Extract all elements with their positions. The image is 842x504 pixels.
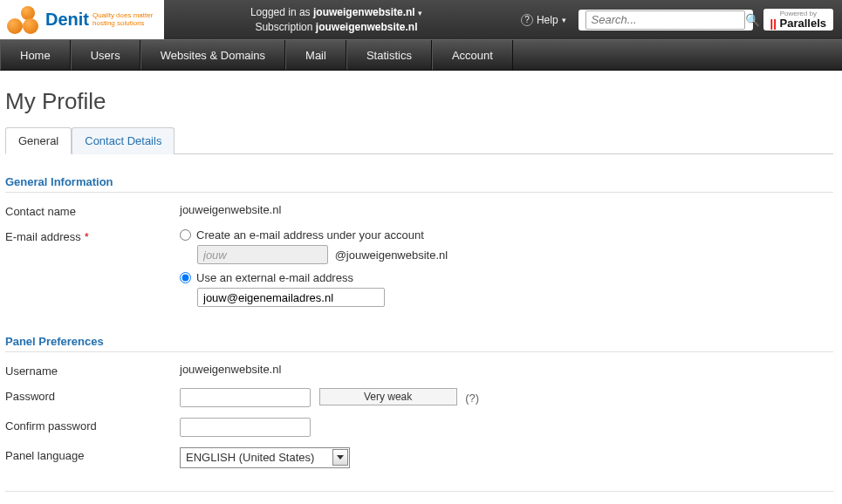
search-icon[interactable]: 🔍 <box>745 13 760 27</box>
subscription-value: jouweigenwebsite.nl <box>316 21 418 33</box>
nav-home[interactable]: Home <box>0 40 71 70</box>
logo-icon <box>7 6 40 34</box>
contact-name-label: Contact name <box>5 203 180 218</box>
help-menu[interactable]: ? Help ▾ <box>521 14 566 26</box>
logged-in-user[interactable]: jouweigenwebsite.nl <box>313 6 415 18</box>
logo-text: Denit <box>45 10 89 30</box>
create-email-prefix-input <box>197 245 328 264</box>
top-header: Denit Quality does matterhosting solutio… <box>0 0 842 39</box>
password-help-icon[interactable]: (?) <box>465 392 479 405</box>
email-address-label: E-mail address* <box>5 228 180 243</box>
logo-block[interactable]: Denit Quality does matterhosting solutio… <box>0 0 164 39</box>
radio-external-email-label: Use an external e-mail address <box>196 271 353 284</box>
nav-websites-domains[interactable]: Websites & Domains <box>140 40 285 70</box>
chevron-down-icon: ▾ <box>562 16 566 24</box>
help-icon: ? <box>521 14 533 26</box>
powered-by-badge[interactable]: Powered by || Parallels <box>763 9 833 31</box>
confirm-password-input[interactable] <box>180 418 311 437</box>
nav-users[interactable]: Users <box>71 40 140 70</box>
dropdown-arrow-icon[interactable] <box>332 449 348 466</box>
nav-statistics[interactable]: Statistics <box>346 40 432 70</box>
tabs: General Contact Details <box>5 127 833 154</box>
username-value: jouweigenwebsite.nl <box>180 363 833 376</box>
brand-label: || Parallels <box>770 17 826 30</box>
tab-general[interactable]: General <box>5 127 72 154</box>
username-label: Username <box>5 363 180 378</box>
panel-language-select[interactable]: ENGLISH (United States) <box>180 447 350 468</box>
password-input[interactable] <box>180 388 311 407</box>
nav-account[interactable]: Account <box>432 40 513 70</box>
confirm-password-label: Confirm password <box>5 418 180 432</box>
content-area: My Profile General Contact Details Gener… <box>0 71 842 504</box>
nav-mail[interactable]: Mail <box>285 40 346 70</box>
logo-tagline: Quality does matterhosting solutions <box>92 12 153 28</box>
password-strength-meter: Very weak <box>319 388 457 405</box>
section-panel-preferences: Panel Preferences <box>5 335 833 352</box>
panel-language-label: Panel language <box>5 447 180 462</box>
header-session-info: Logged in as jouweigenwebsite.nl ▾ Subsc… <box>164 5 509 35</box>
search-input[interactable] <box>585 10 745 30</box>
create-email-domain: @jouweigenwebsite.nl <box>335 249 448 262</box>
radio-create-email-label: Create an e-mail address under your acco… <box>196 228 424 242</box>
password-label: Password <box>5 388 180 403</box>
tab-contact-details[interactable]: Contact Details <box>72 127 175 154</box>
chevron-down-icon[interactable]: ▾ <box>418 9 422 17</box>
radio-external-email[interactable] <box>180 272 191 283</box>
page-title: My Profile <box>5 88 833 115</box>
section-general-info: General Information <box>5 175 833 193</box>
contact-name-value: jouweigenwebsite.nl <box>180 203 833 216</box>
help-label: Help <box>537 14 558 26</box>
external-email-input[interactable] <box>197 288 385 307</box>
panel-language-value: ENGLISH (United States) <box>180 447 350 468</box>
main-nav: Home Users Websites & Domains Mail Stati… <box>0 39 842 71</box>
search-box[interactable]: 🔍 <box>578 10 753 31</box>
radio-create-email[interactable] <box>180 229 191 241</box>
